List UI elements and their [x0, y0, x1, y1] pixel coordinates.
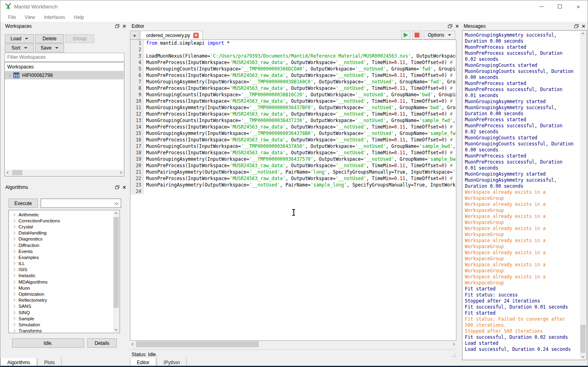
algorithm-category-crystal[interactable]: Crystal [9, 224, 120, 230]
scroll-left-icon[interactable] [130, 341, 136, 347]
expand-chevron-icon[interactable] [12, 311, 15, 314]
float-panel-icon[interactable] [574, 24, 579, 28]
expand-chevron-icon[interactable] [12, 237, 15, 241]
scrollbar-thumb[interactable] [12, 170, 23, 175]
execute-button[interactable]: Execute [8, 199, 38, 208]
algorithm-category-correctionfunctions[interactable]: CorrectionFunctions [9, 218, 120, 224]
algorithm-category-diffraction[interactable]: Diffraction [9, 242, 120, 248]
code-line: 22MuonPreProcess(InputWorkspace='MUSR245… [130, 175, 456, 182]
scrollbar-thumb[interactable] [113, 217, 119, 308]
menu-view[interactable]: View [20, 13, 39, 21]
tab-plots[interactable]: Plots [37, 358, 62, 367]
tab-ordered-recovery[interactable]: ordered_recovery.py ✕ [140, 31, 203, 40]
workspace-row-hifi00062798[interactable]: HIFI00062798 [5, 71, 124, 79]
expand-chevron-icon[interactable] [12, 219, 15, 222]
expand-chevron-icon[interactable] [12, 292, 15, 296]
expand-chevron-icon[interactable] [12, 286, 15, 290]
scrollbar-thumb[interactable] [136, 341, 259, 347]
expand-chevron-icon[interactable] [12, 249, 15, 253]
tab-editor[interactable]: Editor [130, 358, 156, 367]
close-panel-icon[interactable]: × [582, 24, 585, 29]
messages-vertical-scrollbar[interactable] [580, 31, 586, 359]
algorithm-category-sample[interactable]: Sample [9, 315, 120, 321]
expand-chevron-icon[interactable] [12, 268, 15, 271]
algorithm-category-transforms[interactable]: Transforms [9, 328, 120, 333]
algorithm-category-muon[interactable]: Muon [9, 285, 120, 291]
expand-chevron-icon[interactable] [12, 280, 15, 283]
maximize-icon[interactable] [551, 0, 569, 12]
scroll-down-icon[interactable] [113, 326, 119, 332]
expand-chevron-icon[interactable] [12, 274, 15, 277]
algorithm-category-arithmetic[interactable]: Arithmetic [9, 211, 120, 218]
resize-grip[interactable] [452, 353, 456, 357]
filter-workspaces-input[interactable] [4, 53, 124, 62]
algorithm-category-diagnostics[interactable]: Diagnostics [9, 236, 120, 242]
close-panel-icon[interactable]: × [456, 24, 459, 29]
log-line: MuonGroupingCounts started [465, 135, 574, 141]
run-script-button[interactable] [401, 31, 410, 39]
scroll-right-icon[interactable] [450, 341, 456, 347]
algorithm-category-optimization[interactable]: Optimization [9, 291, 120, 297]
editor-horizontal-scrollbar[interactable] [130, 341, 456, 348]
menu-interfaces[interactable]: Interfaces [39, 13, 70, 21]
menu-help[interactable]: Help [70, 13, 89, 21]
menu-file[interactable]: File [4, 13, 20, 21]
algorithm-category-events[interactable]: Events [9, 248, 120, 254]
algorithm-category-datahandling[interactable]: DataHandling [9, 230, 120, 236]
algorithm-category-ill[interactable]: ILL [9, 261, 120, 267]
scrollbar-thumb[interactable] [580, 325, 586, 353]
algorithm-category-mdalgorithms[interactable]: MDAlgorithms [9, 279, 120, 285]
algorithm-category-sans[interactable]: SANS [9, 303, 120, 309]
idle-status-button[interactable]: Idle. [12, 338, 84, 348]
expand-chevron-icon[interactable] [12, 305, 15, 308]
details-button[interactable]: Details [87, 338, 117, 348]
expand-chevron-icon[interactable] [12, 323, 15, 326]
algorithm-category-inelastic[interactable]: Inelastic [9, 273, 120, 279]
scroll-up-icon[interactable] [580, 31, 586, 37]
close-panel-icon[interactable]: × [123, 185, 126, 190]
algorithm-category-examples[interactable]: Examples [9, 254, 120, 260]
save-button[interactable]: Save [35, 44, 64, 52]
algorithm-category-simulation[interactable]: Simulation [9, 321, 120, 328]
tab-ipython[interactable]: IPython [157, 358, 187, 367]
algorithm-category-reflectometry[interactable]: Reflectometry [9, 297, 120, 303]
close-panel-icon[interactable]: × [123, 24, 126, 29]
algorithm-category-isis[interactable]: ISIS [9, 267, 120, 273]
expand-chevron-icon[interactable] [12, 329, 15, 332]
scroll-left-icon[interactable] [5, 170, 11, 176]
scroll-right-icon[interactable] [118, 170, 124, 176]
load-button[interactable]: Load [5, 34, 34, 43]
code-editor-area[interactable]: 1from mantid.simpleapi import *23LoadMuo… [130, 39, 456, 341]
scroll-down-icon[interactable] [580, 353, 586, 359]
expand-chevron-icon[interactable] [12, 299, 15, 302]
tab-algorithms[interactable]: Algorithms [0, 358, 37, 367]
group-button[interactable]: Group [65, 34, 94, 43]
float-panel-icon[interactable] [115, 24, 120, 28]
new-tab-button[interactable]: + [130, 31, 139, 40]
close-icon[interactable]: × [569, 0, 588, 12]
abort-script-button[interactable] [413, 31, 421, 39]
float-panel-icon[interactable] [448, 24, 452, 28]
close-tab-icon[interactable]: ✕ [193, 33, 199, 38]
expand-chevron-icon[interactable] [12, 256, 15, 259]
line-number: 10 [130, 98, 144, 104]
sort-button[interactable]: Sort [5, 44, 34, 52]
algorithm-category-sinq[interactable]: SINQ [9, 309, 120, 315]
delete-button[interactable]: Delete [35, 34, 64, 43]
algorithm-search-combobox[interactable] [41, 199, 121, 208]
workspaces-panel-header: Workspaces × [4, 23, 128, 30]
messages-log-area[interactable]: MuonGroupingAsymmetry successful, Durati… [462, 30, 587, 360]
expand-chevron-icon[interactable] [12, 317, 15, 320]
algorithms-vertical-scrollbar[interactable] [113, 211, 119, 332]
float-panel-icon[interactable] [115, 185, 120, 189]
expand-chevron-icon[interactable] [12, 225, 15, 228]
options-button[interactable]: Options [424, 31, 455, 39]
workspaces-horizontal-scrollbar[interactable] [5, 170, 124, 176]
expand-chevron-icon[interactable] [12, 231, 15, 234]
expand-chevron-icon[interactable] [12, 213, 15, 216]
scroll-up-icon[interactable] [113, 211, 119, 217]
expand-chevron-icon[interactable] [12, 243, 15, 247]
minimize-icon[interactable] [532, 0, 551, 12]
expand-chevron-icon[interactable] [8, 73, 11, 77]
expand-chevron-icon[interactable] [12, 262, 15, 265]
